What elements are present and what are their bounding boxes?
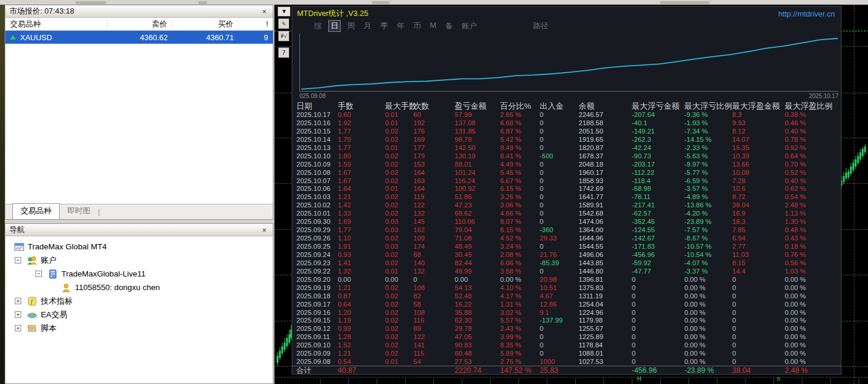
stats-table-row: 2025.09.301.690.03145110.068.07 %01474.0… — [292, 218, 841, 226]
stats-cell: 119 — [413, 193, 455, 201]
stats-cell: 2025.10.08 — [296, 169, 338, 177]
stats-cell: -217.41 — [632, 201, 684, 210]
stats-cell: 29.78 — [455, 325, 500, 333]
stats-cell: -149.21 — [632, 128, 684, 136]
expand-icon[interactable]: + — [15, 311, 21, 318]
stats-cell: 0 — [540, 325, 579, 333]
tab-tick-chart[interactable]: 即时图 — [60, 204, 98, 219]
stats-cell: -10.57 % — [684, 243, 732, 251]
tab-symbols[interactable]: 交易品种 — [12, 203, 60, 219]
help-button[interactable]: ? — [278, 47, 289, 58]
stats-toolbar-button-9[interactable]: 账户 — [459, 20, 479, 32]
stats-cell: 0.52 % — [785, 169, 841, 177]
stats-cell: 38.04 — [732, 201, 785, 210]
stats-table-row: 2025.10.101.800.02179130.198.41 %-500167… — [292, 152, 841, 161]
panel-side-buttons: ▼✎#√? — [278, 6, 291, 58]
stats-cell: 1589.91 — [579, 201, 632, 210]
stats-toolbar-button-0[interactable]: 综 — [312, 20, 324, 32]
stats-cell: 0.18 % — [785, 243, 841, 251]
market-watch-tabs: 交易品种 即时图 | — [5, 204, 273, 219]
stats-total-cell — [385, 366, 413, 375]
tree-item-4[interactable]: +f技术指标 — [5, 294, 273, 308]
stats-table-row: 2025.09.191.210.0210854.134.10 %10.51137… — [292, 284, 841, 292]
stats-cell: -360 — [540, 226, 579, 235]
symbol-spread: 9 — [239, 33, 273, 42]
collapse-icon[interactable]: − — [35, 271, 42, 277]
tree-item-1[interactable]: −账户 — [5, 253, 273, 267]
stats-cell: 1.21 — [338, 284, 385, 292]
stats-cell: 5.57 % — [500, 317, 540, 325]
hash-check-button[interactable]: #√ — [278, 31, 289, 41]
stats-total-cell: -23.89 % — [684, 366, 732, 375]
tree-item-0[interactable]: TradeMax Global MT4 — [5, 240, 273, 253]
stats-table-header: 日期手数最大手数次数盈亏金额百分比%出入金余额最大浮亏金额最大浮亏比例最大浮盈金… — [292, 101, 841, 112]
stats-cell: 0 — [413, 276, 455, 284]
stats-cell: 2.48 % — [785, 201, 841, 210]
stats-cell: 1.41 — [338, 259, 385, 268]
stats-cell: 1443.85 — [579, 259, 632, 268]
stats-cell: 0.76 % — [785, 251, 841, 259]
stats-table-row: 2025.10.161.920.01192137.086.68 %02188.5… — [292, 119, 841, 128]
stats-table-row: 2025.09.261.100.0210971.084.52 %29.33164… — [292, 235, 841, 243]
tree-item-6[interactable]: +脚本 — [5, 321, 273, 335]
stats-table-row: 2025.09.180.870.028252.484.17 %4.671311.… — [292, 292, 841, 301]
stats-cell: 0 — [732, 292, 785, 301]
stats-table-row: 2025.09.221.320.0113249.993.58 %01446.80… — [292, 268, 841, 276]
market-watch-close-button[interactable]: × — [260, 7, 269, 16]
panel-collapse-button[interactable]: ▼ — [278, 6, 291, 17]
stats-toolbar-button-8[interactable]: 备 — [443, 20, 455, 32]
stats-cell: 5.45 % — [500, 169, 540, 177]
stats-toolbar-button-2[interactable]: 周 — [345, 20, 357, 32]
stats-cell: 58 — [413, 301, 455, 309]
mt4-application: 市场报价: 07:43:18 × 交易品种 卖价 买价 ! XAUUSD 436… — [0, 0, 868, 384]
stats-table-row: 2025.09.080.540.015427.532.75 %10001027.… — [292, 358, 841, 366]
expand-icon[interactable]: + — [15, 325, 21, 331]
stats-cell: 0.02 — [385, 235, 413, 243]
stats-cell: 2048.18 — [579, 161, 632, 169]
stats-cell: -124.55 — [632, 226, 684, 235]
expand-icon[interactable]: + — [15, 298, 21, 304]
stats-cell: 0.01 — [385, 185, 413, 193]
stats-panel-link[interactable]: http://mtdriver.cn — [778, 9, 835, 18]
stats-total-cell — [579, 366, 632, 375]
stats-cell: -112.22 — [632, 169, 684, 177]
stats-cell: 132 — [413, 210, 455, 218]
stats-cell: 57.99 — [455, 111, 500, 119]
stats-cell: 0 — [732, 341, 785, 350]
stats-cell: 1820.87 — [579, 144, 632, 152]
stats-cell: 0.00 % — [785, 284, 841, 292]
chart-period-ticks — [292, 378, 859, 384]
collapse-icon[interactable]: − — [15, 257, 21, 263]
draw-tool-button[interactable]: ✎ — [278, 18, 289, 29]
stats-toolbar-button-7[interactable]: M — [428, 20, 439, 32]
stats-cell: 88.01 — [455, 161, 500, 169]
stats-cell: -262.3 — [632, 136, 684, 144]
tree-item-2[interactable]: −TradeMaxGlobal-Live11 — [5, 267, 273, 281]
stats-toolbar-button-3[interactable]: 月 — [361, 20, 374, 32]
symbol-row-xauusd[interactable]: XAUUSD 4360.62 4360.71 9 — [5, 31, 273, 44]
stats-toolbar-button-1[interactable]: 日 — [328, 20, 341, 32]
stats-cell: 0.64 % — [785, 152, 841, 161]
stats-cell: 0.00 % — [785, 341, 841, 350]
stats-cell: 1.13 % — [785, 210, 841, 218]
navigator-close-button[interactable]: × — [260, 226, 269, 235]
path-button[interactable]: 路径 — [533, 21, 549, 31]
stats-cell: 0.00 % — [684, 309, 732, 317]
stats-toolbar-button-5[interactable]: 年 — [394, 20, 407, 32]
stats-cell: 9.1 — [540, 309, 579, 317]
stats-cell: 18.3 — [732, 218, 785, 226]
stats-cell: 68.62 — [455, 210, 500, 218]
stats-cell: 82.44 — [455, 259, 500, 268]
stats-cell: -9.97 % — [684, 161, 732, 169]
stats-cell: 0 — [632, 325, 684, 333]
stats-cell: 47.05 — [455, 333, 500, 341]
stats-toolbar-button-4[interactable]: 季 — [378, 20, 390, 32]
stats-cell: 4.67 — [540, 292, 579, 301]
tree-item-3[interactable]: 11058550: dongxu chen — [5, 281, 273, 294]
stats-table-row: 2025.09.170.640.025816.221.31 %12.861254… — [292, 301, 841, 309]
stats-cell: 2025.09.12 — [296, 325, 338, 333]
accounts-icon — [27, 256, 37, 265]
stats-toolbar-button-6[interactable]: 币 — [411, 20, 423, 32]
stats-cell: 0.99 — [338, 325, 385, 333]
tree-item-5[interactable]: +EA交易 — [5, 308, 273, 321]
